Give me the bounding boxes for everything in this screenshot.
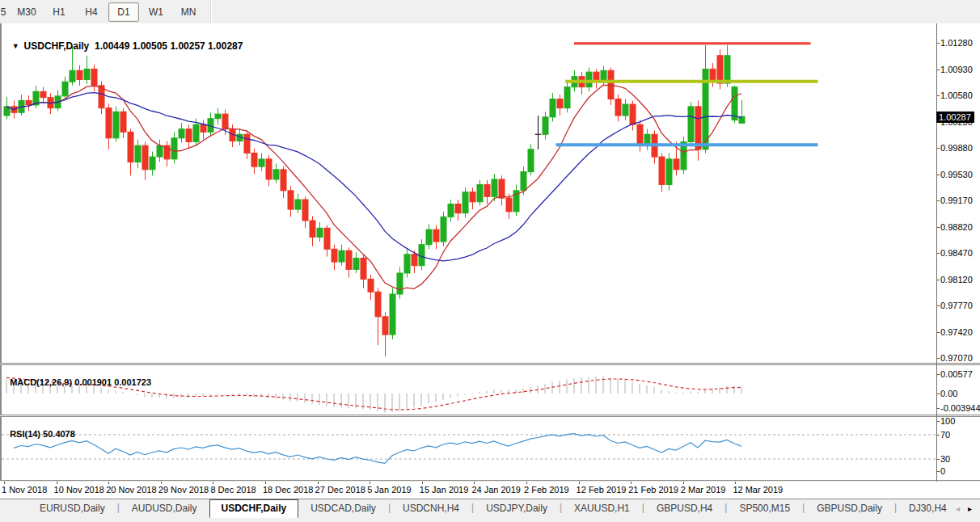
date-axis-label: 8 Dec 2018 — [210, 485, 256, 495]
date-axis-tick — [265, 482, 266, 484]
timeframe-toolbar: 5M30H1H4D1W1MN — [0, 0, 980, 24]
timeframe-button-h4[interactable]: H4 — [76, 2, 107, 22]
price-axis-label: 0.97420 — [940, 327, 973, 337]
date-axis-tick — [422, 482, 423, 484]
date-axis-label: 20 Nov 2018 — [106, 485, 156, 495]
chart-title: ▼USDCHF,Daily 1.00449 1.00505 1.00257 1.… — [6, 29, 243, 52]
date-axis-tick — [370, 482, 370, 484]
price-axis-label: 0.98120 — [940, 275, 973, 284]
date-axis-label: 2 Feb 2019 — [524, 485, 569, 495]
date-axis-label: 24 Jan 2019 — [471, 485, 521, 495]
date-axis-label: 18 Dec 2018 — [263, 485, 313, 495]
price-axis-label: 0.97070 — [940, 353, 973, 363]
date-axis-label: 12 Feb 2019 — [577, 485, 627, 495]
price-axis-label: 0.98470 — [940, 248, 973, 258]
price-axis-label: 0.99530 — [940, 170, 973, 179]
rsi-axis-label: 30 — [940, 454, 950, 464]
rsi-axis-label: 0 — [940, 466, 945, 476]
chart-tab-usdchf[interactable]: USDCHF,Daily — [209, 499, 299, 518]
macd-axis-label: 0.00577 — [940, 369, 973, 379]
symbol-period-label: USDCHF,Daily — [24, 40, 90, 52]
date-axis-tick — [4, 482, 5, 484]
chart-tab-eurusd[interactable]: EURUSD,Daily — [27, 499, 117, 518]
timeframe-button-d1[interactable]: D1 — [108, 2, 139, 22]
date-axis-label: 15 Jan 2019 — [420, 485, 469, 495]
date-axis-label: 5 Jan 2019 — [367, 485, 411, 495]
date-axis-tick — [579, 482, 580, 484]
chart-tab-xauusd[interactable]: XAUUSD,H1 — [562, 499, 642, 518]
rsi-axis-label: 100 — [940, 416, 955, 426]
date-axis-tick — [526, 482, 527, 484]
price-axis-label: 0.99880 — [940, 143, 973, 153]
chart-window — [0, 23, 980, 499]
date-axis-tick — [683, 482, 684, 484]
chart-tab-usdjpy[interactable]: USDJPY,Daily — [474, 499, 560, 518]
rsi-label: RSI(14) 50.4078 — [5, 419, 75, 439]
date-axis-tick — [108, 482, 109, 484]
date-axis: 1 Nov 201810 Nov 201820 Nov 201829 Nov 2… — [0, 482, 936, 499]
timeframe-button-m30[interactable]: M30 — [11, 2, 42, 22]
price-axis-label: 1.00930 — [940, 65, 973, 74]
date-axis-tick — [474, 482, 475, 484]
chart-tab-audusd[interactable]: AUDUSD,Daily — [120, 499, 209, 518]
price-axis-label: 0.98820 — [940, 222, 973, 232]
timeframe-button-mn[interactable]: MN — [173, 2, 204, 22]
date-axis-tick — [735, 482, 736, 484]
rsi-panel[interactable] — [2, 417, 938, 482]
price-axis-label: 0.97770 — [940, 301, 973, 310]
chart-tab-usdcnh[interactable]: USDCNH,H4 — [391, 499, 471, 518]
date-axis-label: 29 Nov 2018 — [158, 485, 209, 495]
date-axis-tick — [213, 482, 213, 484]
date-axis-label: 2 Mar 2019 — [681, 485, 726, 495]
chart-tab-sp500[interactable]: SP500,M15 — [727, 499, 802, 518]
date-axis-label: 12 Mar 2019 — [733, 485, 783, 495]
date-axis-tick — [57, 482, 57, 484]
main-chart-panel[interactable] — [2, 24, 938, 363]
chart-tab-gbpusd[interactable]: GBPUSD,H4 — [644, 499, 724, 518]
tab-scroll-right-icon[interactable]: ▸ — [968, 499, 972, 519]
date-axis-tick — [161, 482, 162, 484]
date-axis-label: 1 Nov 2018 — [2, 485, 47, 495]
chart-tab-usdcad[interactable]: USDCAD,Daily — [298, 499, 388, 518]
price-axis-label: 1.00580 — [940, 91, 973, 100]
date-axis-label: 10 Nov 2018 — [54, 485, 104, 495]
macd-axis-label: 0.00 — [940, 389, 957, 398]
ohlc-values: 1.00449 1.00505 1.00257 1.00287 — [95, 40, 243, 52]
panel-splitter-macd[interactable] — [0, 363, 980, 365]
rsi-axis-label: 70 — [940, 430, 950, 440]
timeframe-button-h1[interactable]: H1 — [44, 2, 74, 22]
chart-tab-gbpusd[interactable]: GBPUSD,Daily — [805, 499, 894, 518]
date-axis-label: 27 Dec 2018 — [315, 485, 365, 495]
toolbar-separator — [210, 2, 212, 23]
chart-tab-bar: EURUSD,Daily|AUDUSD,DailyUSDCHF,DailyUSD… — [0, 499, 980, 522]
date-axis-tick — [318, 482, 319, 484]
panel-splitter-rsi[interactable] — [0, 415, 980, 417]
price-axis-label: 0.99170 — [940, 196, 973, 205]
timeframe-button-5[interactable]: 5 — [0, 2, 10, 22]
chart-tab-dj30[interactable]: DJ30,H4 — [897, 499, 948, 518]
date-axis-tick — [631, 482, 632, 484]
price-axis: 1.012801.009301.005801.002300.998800.995… — [938, 23, 980, 482]
timeframe-button-w1[interactable]: W1 — [141, 2, 171, 22]
price-axis-label: 1.01280 — [940, 38, 973, 48]
date-axis-label: 21 Feb 2019 — [628, 485, 678, 495]
tab-scroll-left-icon[interactable]: ◂ — [956, 499, 960, 519]
chevron-down-icon[interactable]: ▼ — [12, 42, 19, 50]
macd-axis-label: -0.003944 — [940, 403, 980, 413]
macd-label: MACD(12,26,9) 0.001901 0.001723 — [5, 368, 151, 387]
current-price-badge: 1.00287 — [936, 112, 974, 123]
